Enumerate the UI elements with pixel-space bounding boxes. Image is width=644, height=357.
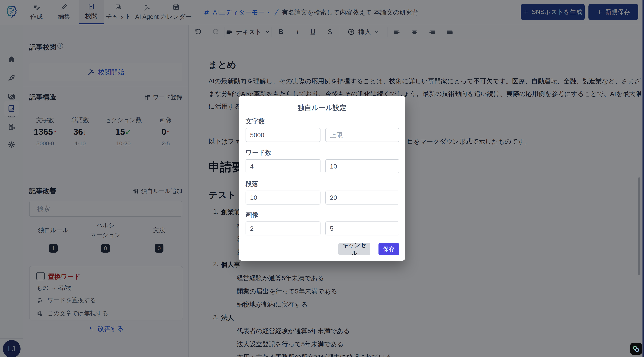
chain-rings-icon [632, 344, 640, 353]
save-button[interactable]: 保存 [378, 243, 399, 255]
custom-rule-settings-dialog: 独自ルール設定 文字数 ワード数 段落 画像 キャンセル 保存 [239, 96, 405, 261]
extension-badge[interactable] [630, 343, 642, 355]
chars-max-input[interactable] [326, 128, 399, 142]
field-label-paragraphs: 段落 [246, 180, 258, 188]
paragraphs-min-input[interactable] [246, 191, 320, 204]
images-min-input[interactable] [246, 221, 320, 235]
images-max-input[interactable] [326, 221, 399, 235]
cancel-button[interactable]: キャンセル [338, 243, 370, 255]
window-edge-strip [642, 0, 644, 357]
field-label-chars: 文字数 [246, 117, 265, 126]
dialog-title: 独自ルール設定 [239, 103, 405, 113]
chars-min-input[interactable] [246, 128, 320, 142]
field-label-images: 画像 [246, 211, 258, 219]
paragraphs-max-input[interactable] [326, 191, 399, 204]
words-min-input[interactable] [246, 159, 320, 173]
words-max-input[interactable] [326, 159, 399, 173]
field-label-words: ワード数 [246, 148, 272, 157]
